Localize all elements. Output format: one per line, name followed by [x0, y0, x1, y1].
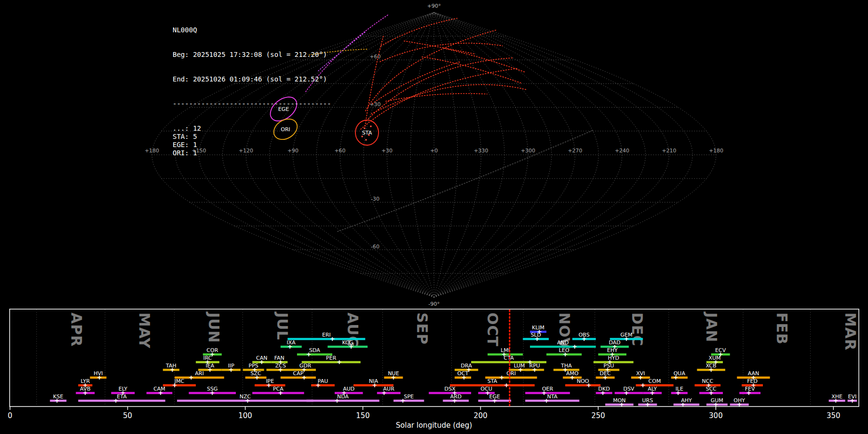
shower-peak-marker: + — [330, 335, 335, 342]
month-label: FEB — [773, 312, 790, 345]
shower-peak-marker: + — [381, 389, 387, 396]
dec-label: +60 — [369, 54, 380, 60]
x-tick-label: 250 — [591, 411, 605, 420]
shower-peak-marker: + — [172, 381, 177, 389]
shower-peak-marker: + — [563, 351, 568, 358]
month-label: MAY — [136, 312, 153, 349]
x-tick-label: 200 — [474, 411, 488, 420]
radiant-sky-map: +180+150+120+90+60+30+0+330+300+270+240+… — [0, 0, 868, 309]
ra-label: +300 — [521, 148, 535, 154]
shower-peak-marker: + — [746, 389, 751, 396]
shower-label: CTA — [503, 355, 514, 361]
shower-IXA: IXA+ — [281, 339, 302, 350]
shower-peak-marker: + — [713, 401, 719, 408]
shower-peak-marker: + — [278, 366, 283, 373]
shower-peak-marker: + — [229, 366, 234, 373]
month-label: JUN — [205, 312, 222, 343]
shower-peak-marker: + — [391, 374, 396, 381]
shower-SSG: SSG+ — [189, 386, 236, 396]
shower-activity-timeline: APRMAYJUNJULAUGSEPOCTNOVDECJANFEBMAR0501… — [0, 309, 868, 434]
shower-AUR: AUR+ — [377, 386, 401, 396]
shower-peak-marker: + — [532, 366, 537, 373]
shower-SPE: SPE+ — [393, 393, 424, 404]
shower-peak-marker: + — [619, 401, 624, 408]
month-label: JUL — [274, 312, 291, 340]
shower-peak-marker: + — [544, 397, 549, 404]
x-tick-label: 50 — [123, 411, 132, 420]
month-label: DEC — [629, 312, 646, 346]
shower-NZC: NZC+ — [177, 393, 313, 404]
meteor-observation-report: { "header": { "station": "NL000Q", "beg"… — [0, 0, 868, 434]
shower-peak-marker: + — [624, 389, 629, 396]
shower-CAM: CAM+ — [147, 386, 173, 396]
shower-NDA: NDA+ — [307, 393, 380, 404]
shower-peak-marker: + — [306, 351, 312, 358]
shower-peak-marker: + — [850, 397, 855, 404]
shower-peak-marker: + — [400, 397, 406, 404]
shower-peak-marker: + — [287, 343, 293, 350]
shower-XCB: XCB+ — [697, 363, 725, 373]
shower-label: AND — [557, 339, 569, 346]
shower-peak-marker: + — [245, 397, 250, 404]
shower-peak-marker: + — [708, 366, 714, 373]
shower-peak-marker: + — [572, 343, 577, 350]
end-time: End: 20251026 01:09:46 (sol = 212.52°) — [173, 75, 331, 83]
shower-peak-marker: + — [603, 374, 608, 381]
count-line: EGE: 1 — [173, 141, 331, 149]
radiant-dot — [364, 127, 366, 129]
shower-peak-marker: + — [737, 401, 742, 408]
ra-label: +60 — [334, 148, 345, 154]
shower-peak-marker: + — [82, 389, 88, 396]
station-id: NL000Q — [173, 26, 331, 34]
dec-label: -60 — [371, 244, 380, 250]
shower-peak-marker: + — [582, 335, 587, 342]
shower-ILE: ILE+ — [671, 386, 688, 396]
meteor-trail — [366, 30, 497, 111]
ra-label: +180 — [709, 148, 723, 154]
shower-KSE: KSE+ — [50, 393, 67, 404]
shower-label: ORI — [506, 370, 516, 377]
shower-peak-marker: + — [259, 358, 264, 366]
observation-info: NL000Q Beg: 20251025 17:32:08 (sol = 212… — [173, 10, 331, 165]
shower-SCC: SCC+ — [699, 386, 723, 396]
dec-label: -30 — [371, 196, 380, 202]
radiant-dot — [370, 125, 372, 127]
shower-peak-marker: + — [673, 374, 678, 381]
shower-peak-marker: + — [650, 389, 655, 396]
count-line: STA: 5 — [173, 133, 331, 141]
shower-peak-marker: + — [586, 381, 591, 389]
x-tick-label: 100 — [238, 411, 252, 420]
shower-peak-marker: + — [499, 374, 504, 381]
shower-peak-marker: + — [640, 381, 646, 389]
shower-peak-marker: + — [372, 381, 377, 389]
shower-peak-marker: + — [680, 401, 686, 408]
shower-NTA: NTA+ — [525, 393, 579, 404]
shower-peak-marker: + — [624, 335, 629, 342]
shower-peak-marker: + — [518, 366, 523, 373]
shower-peak-marker: + — [504, 381, 509, 389]
shower-DSV: DSV+ — [615, 386, 643, 396]
begin-time: Beg: 20251025 17:32:08 (sol = 212.20°) — [173, 51, 331, 59]
shower-peak-marker: + — [600, 389, 606, 396]
shower-ZCS: ZCS+ — [267, 363, 295, 373]
shower-label: STA — [488, 378, 498, 384]
shower-peak-marker: + — [315, 381, 321, 389]
shower-peak-marker: + — [170, 366, 175, 373]
shower-peak-marker: + — [534, 335, 540, 342]
x-tick-label: 350 — [827, 411, 841, 420]
x-tick-label: 150 — [356, 411, 370, 420]
ra-label: +30 — [381, 148, 393, 154]
month-label: APR — [68, 312, 85, 347]
shower-OBS: OBS+ — [572, 332, 596, 342]
south-pole-label: -90° — [428, 301, 439, 307]
ra-label: +330 — [474, 148, 488, 154]
shower-DKD: DKD+ — [596, 386, 612, 396]
shower-peak-marker: + — [452, 397, 457, 404]
shower-SZC: SZC+ — [245, 370, 267, 381]
north-pole-label: +90° — [427, 3, 441, 9]
month-label: SEP — [414, 312, 431, 345]
shower-peak-marker: + — [492, 397, 497, 404]
shower-label: ARI — [195, 370, 203, 377]
shower-ARD: ARD+ — [443, 393, 469, 404]
shower-XVI: XVI+ — [631, 370, 650, 381]
